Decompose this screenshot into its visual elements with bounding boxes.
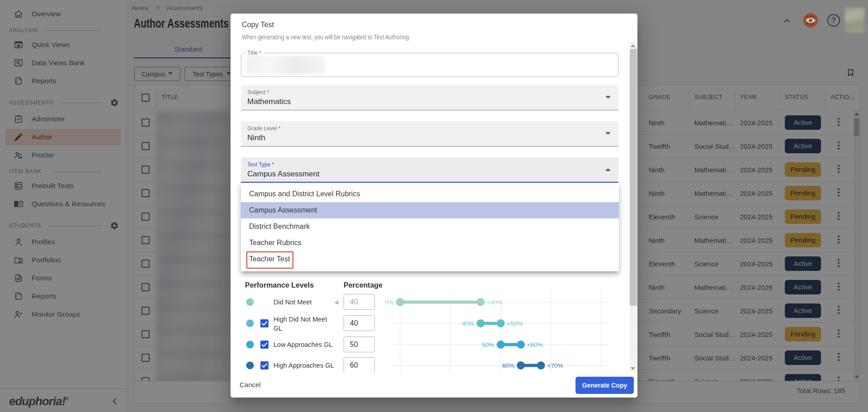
svg-text:60%: 60%: [502, 362, 514, 369]
svg-text:<40%: <40%: [487, 299, 503, 306]
svg-text:0%: 0%: [385, 299, 394, 306]
svg-text:40%: 40%: [462, 320, 474, 327]
svg-text:<50%: <50%: [507, 320, 523, 327]
svg-text:<60%: <60%: [527, 341, 543, 348]
svg-text:50%: 50%: [482, 341, 494, 348]
svg-text:<70%: <70%: [547, 362, 563, 369]
